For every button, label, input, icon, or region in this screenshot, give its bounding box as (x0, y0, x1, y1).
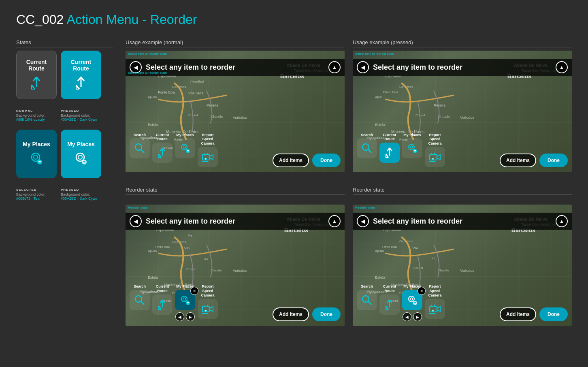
action-items-4: Search CurrentRoute (357, 284, 496, 321)
svg-line-33 (141, 301, 144, 305)
search-icon-3[interactable] (130, 290, 150, 310)
states-column: States CurrentRoute CurrentRoute (16, 39, 113, 326)
map-header-3: ◀ Select any item to reorder ▲ (126, 213, 345, 230)
action-camera-2[interactable]: ReportSpeedCamera (425, 133, 445, 167)
svg-point-42 (205, 310, 207, 311)
map-panel-normal-select: Abade De Neiva Tamel-São Veríssimo Barce… (126, 51, 345, 172)
action-route-1[interactable]: CurrentRoute (152, 133, 173, 167)
add-items-btn-2[interactable]: Add items (500, 154, 536, 167)
page-title: CC_002 Action Menu - Reorder (16, 12, 572, 27)
search-icon-1[interactable] (130, 138, 150, 158)
search-icon-4[interactable] (357, 290, 377, 310)
action-items-3: Search CurrentRoute (130, 284, 269, 321)
reorder-left-4[interactable]: ◀ (403, 312, 411, 321)
svg-line-21 (368, 149, 371, 153)
states-section-label: States (16, 39, 113, 47)
nav-button-2[interactable]: ▲ (556, 61, 568, 73)
state-label-top-3: Reorder state (128, 206, 147, 209)
action-places-3-reorder[interactable]: My Places ✕ ◀ ▶ (175, 284, 195, 321)
svg-point-10 (181, 144, 187, 150)
action-search-4[interactable]: Search (357, 284, 377, 321)
search-icon-2[interactable] (357, 138, 377, 158)
action-places-2[interactable]: My Places (402, 133, 422, 167)
camera-icon-4[interactable] (425, 299, 445, 319)
route-icon-4[interactable] (379, 294, 400, 315)
add-items-btn-3[interactable]: Add items (273, 307, 309, 321)
action-route-4[interactable]: CurrentRoute (379, 284, 400, 321)
add-items-btn-4[interactable]: Add items (500, 307, 536, 321)
action-search-1[interactable]: Search (130, 133, 150, 167)
my-places-pressed-icon (73, 151, 89, 167)
svg-point-30 (432, 158, 434, 160)
action-items-1: Search CurrentRoute (130, 133, 269, 167)
places-icon-2[interactable] (402, 138, 422, 158)
route-icon-1[interactable] (152, 143, 173, 163)
route-icon-2[interactable] (379, 143, 400, 163)
state-label-top-1: Select item to reorder state (128, 52, 167, 55)
nav-button-4[interactable]: ▲ (556, 215, 568, 227)
svg-point-47 (410, 298, 413, 300)
header-text-4: Select any item to reorder (373, 217, 556, 226)
svg-point-54 (432, 310, 434, 311)
action-bar-1: Search CurrentRoute (126, 140, 345, 172)
svg-line-9 (141, 149, 144, 153)
places-icon-4[interactable]: ✕ (402, 290, 422, 310)
places-icon-3[interactable]: ✕ (175, 290, 195, 310)
done-btn-3[interactable]: Done (312, 307, 341, 321)
reorder-right-4[interactable]: ▶ (413, 312, 422, 321)
action-search-3[interactable]: Search (130, 284, 150, 321)
back-button-3[interactable]: ◀ (130, 215, 142, 227)
my-places-states: My Places My Places (16, 130, 113, 178)
places-icon-1[interactable] (175, 138, 195, 158)
map-panel-reorder-normal: Abade De Neiva Tamel-São Veríssimo Barce… (126, 205, 345, 326)
reorder-left-3[interactable]: ◀ (175, 312, 184, 321)
camera-icon-3[interactable] (198, 299, 218, 319)
state-card-my-places-pressed: My Places (61, 130, 101, 178)
nav-button-3[interactable]: ▲ (328, 215, 341, 227)
action-bar-3: Search CurrentRoute (126, 294, 345, 326)
done-btn-1[interactable]: Done (312, 154, 341, 167)
reorder-right-3[interactable]: ▶ (186, 312, 195, 321)
current-route-normal-icon (28, 75, 45, 91)
action-search-2[interactable]: Search (357, 133, 377, 167)
action-route-2[interactable]: CurrentRoute (379, 133, 400, 167)
normal-meta: NORMAL Background color: #ffffff 10% opa… (16, 109, 57, 122)
usage-pressed-label: Usage example (pressed) (353, 39, 572, 47)
reorder-arrows-3: ◀ ▶ (175, 312, 195, 321)
action-route-3[interactable]: CurrentRoute (152, 284, 173, 321)
current-route-states: CurrentRoute CurrentRoute (16, 51, 113, 99)
back-button-4[interactable]: ◀ (357, 215, 369, 227)
state-card-current-route-normal: CurrentRoute (16, 51, 57, 99)
reorder-close-4[interactable]: ✕ (418, 287, 426, 295)
header-text-1: Select any item to reorder (146, 63, 328, 72)
reorder-pressed-label: Reorder state (353, 187, 572, 195)
svg-point-32 (135, 296, 142, 302)
action-camera-3[interactable]: ReportSpeedCamera (198, 284, 218, 321)
svg-point-46 (409, 296, 414, 302)
reorder-close-3[interactable]: ✕ (190, 287, 198, 295)
camera-icon-2[interactable] (425, 147, 445, 167)
state-label-top-4: Reorder state (355, 206, 375, 209)
svg-point-44 (362, 296, 369, 302)
action-camera-4[interactable]: ReportSpeedCamera (425, 284, 445, 321)
state-card-my-places-selected: My Places (16, 130, 57, 178)
select-state-label-1: Select item to reorder state (128, 71, 167, 75)
route-icon-3[interactable] (152, 294, 173, 315)
action-places-4-reorder[interactable]: My Places ✕ ◀ ▶ (402, 284, 422, 321)
my-places-selected-icon (28, 151, 45, 167)
map-header-4: ◀ Select any item to reorder ▲ (353, 213, 572, 230)
svg-point-3 (39, 161, 40, 162)
nav-button-1[interactable]: ▲ (328, 61, 341, 73)
action-camera-1[interactable]: ReportSpeedCamera (198, 133, 218, 167)
done-btn-4[interactable]: Done (539, 307, 568, 321)
my-places-pressed-meta: PRESSED Background color: #00A2BD - Dark… (61, 188, 101, 201)
done-btn-2[interactable]: Done (539, 154, 568, 167)
svg-point-23 (410, 146, 413, 148)
action-items-2: Search CurrentRoute (357, 133, 496, 167)
camera-icon-1[interactable] (198, 147, 218, 167)
back-button-2[interactable]: ◀ (357, 61, 369, 73)
add-items-btn-1[interactable]: Add items (273, 154, 309, 167)
action-places-1[interactable]: My Places (175, 133, 195, 167)
usage-normal-label: Usage example (normal) (126, 39, 345, 47)
svg-point-18 (205, 158, 207, 160)
